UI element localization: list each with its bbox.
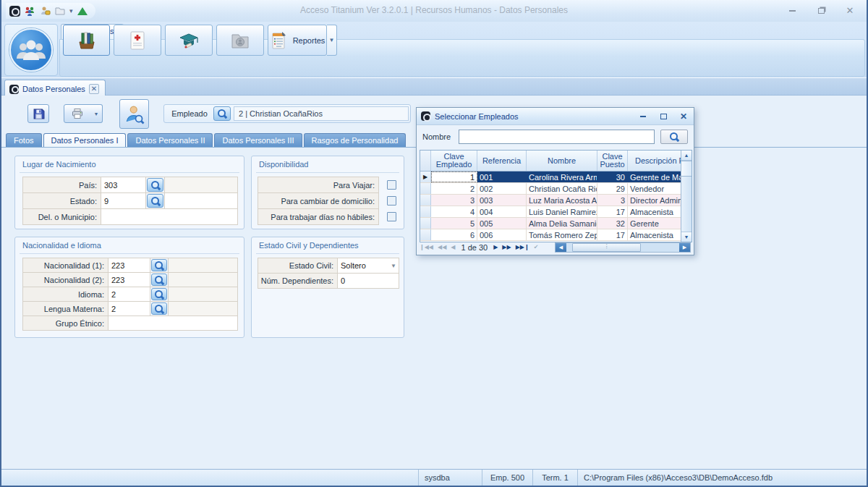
nombre-search-input[interactable] xyxy=(459,130,655,144)
num-dependientes-input[interactable] xyxy=(338,274,399,288)
expediente-medico-button[interactable] xyxy=(114,25,161,56)
reportes-button[interactable]: Reportes xyxy=(268,25,327,56)
minimize-button[interactable] xyxy=(786,4,799,16)
save-button[interactable] xyxy=(27,104,49,123)
grupo-etnico-input[interactable] xyxy=(109,316,237,330)
tab-datos-personales-3[interactable]: Datos Personales III xyxy=(214,133,302,148)
nacionalidad2-input[interactable] xyxy=(109,273,150,287)
cell-nombre[interactable]: Tomás Romero Zepeda xyxy=(527,229,597,240)
estado-lookup-button[interactable] xyxy=(147,194,163,208)
table-row[interactable]: 2 002 Christian Ocaña Rios 29 Vendedor xyxy=(420,183,692,195)
tab-datos-personales-1[interactable]: Datos Personales I xyxy=(43,133,127,148)
tab-datos-personales[interactable]: Datos Personales ✕ xyxy=(4,80,106,96)
empleado-value-field[interactable]: 2 | Christian OcañaRios xyxy=(234,106,409,121)
lengua-materna-lookup-button[interactable] xyxy=(151,302,167,315)
pais-lookup-button[interactable] xyxy=(147,178,163,192)
nacionalidad1-lookup-button[interactable] xyxy=(151,259,167,271)
pais-input[interactable] xyxy=(101,177,145,192)
cell-clave[interactable]: 4 xyxy=(431,206,477,217)
cell-puesto[interactable]: 17 xyxy=(597,206,628,217)
scrollbar-track[interactable] xyxy=(566,243,679,252)
cell-referencia[interactable]: 004 xyxy=(477,206,527,217)
scroll-down-icon[interactable]: ▼ xyxy=(681,232,692,242)
cell-clave[interactable]: 1 xyxy=(431,171,477,182)
close-button[interactable]: ✕ xyxy=(843,4,856,16)
cell-nombre[interactable]: Luz Maria Acosta Alons xyxy=(527,195,597,206)
municipio-input[interactable] xyxy=(101,209,237,224)
tab-fotos[interactable]: Fotos xyxy=(6,133,42,148)
cell-referencia[interactable]: 006 xyxy=(477,229,527,240)
estado-input[interactable] xyxy=(101,193,145,208)
scrollbar-thumb[interactable] xyxy=(681,161,692,177)
cell-puesto[interactable]: 17 xyxy=(597,229,628,240)
grid-horizontal-scrollbar[interactable]: ◀ ▶ xyxy=(555,242,691,253)
nacionalidad1-input[interactable] xyxy=(109,258,150,272)
lengua-materna-input[interactable] xyxy=(109,302,150,316)
cell-referencia[interactable]: 002 xyxy=(477,183,527,194)
cell-puesto[interactable]: 32 xyxy=(597,218,628,229)
cell-clave[interactable]: 5 xyxy=(431,218,477,229)
column-header-referencia[interactable]: Referencia xyxy=(477,151,527,171)
cell-clave[interactable]: 6 xyxy=(431,229,477,240)
grid-vertical-scrollbar[interactable]: ▲ ▼ xyxy=(681,151,692,242)
nacionalidad2-lookup-button[interactable] xyxy=(151,274,167,286)
expedientes-archivo-button[interactable] xyxy=(63,25,110,56)
column-header-nombre[interactable]: Nombre xyxy=(527,151,597,171)
estado-civil-dropdown[interactable]: Soltero▼ xyxy=(338,258,399,274)
cambiar-domicilio-checkbox[interactable] xyxy=(387,196,396,206)
cell-clave[interactable]: 3 xyxy=(431,195,477,206)
nav-first-button[interactable]: ❙◀◀ xyxy=(420,244,433,250)
cell-puesto[interactable]: 30 xyxy=(597,171,628,182)
scroll-left-icon[interactable]: ◀ xyxy=(556,243,566,252)
para-viajar-checkbox[interactable] xyxy=(387,180,396,190)
buscar-empleado-button[interactable] xyxy=(119,99,149,129)
formacion-academica-button[interactable] xyxy=(165,25,213,56)
scroll-up-icon[interactable]: ▲ xyxy=(681,151,692,161)
empleado-lookup-button[interactable] xyxy=(213,106,231,121)
dialog-maximize-button[interactable] xyxy=(658,111,669,122)
tab-datos-personales-2[interactable]: Datos Personales II xyxy=(127,133,213,148)
nav-next-page-button[interactable]: ▶▶ xyxy=(502,244,511,250)
restore-button[interactable] xyxy=(814,4,827,16)
cell-nombre[interactable]: Luis Daniel Ramirez Lor xyxy=(527,206,597,217)
nav-prev-button[interactable]: ◀ xyxy=(451,244,455,250)
dias-no-habiles-checkbox[interactable] xyxy=(387,212,396,221)
column-header-clave-puesto[interactable]: Clave Puesto xyxy=(597,151,628,171)
print-button[interactable] xyxy=(64,104,91,123)
app-menu-button[interactable] xyxy=(9,28,53,72)
nav-next-button[interactable]: ▶ xyxy=(493,244,498,250)
nav-prev-page-button[interactable]: ◀◀ xyxy=(438,244,446,250)
dialog-minimize-button[interactable] xyxy=(637,111,649,122)
cell-referencia[interactable]: 003 xyxy=(477,195,527,206)
cell-referencia[interactable]: 005 xyxy=(477,218,527,229)
cell-referencia[interactable]: 001 xyxy=(477,171,527,182)
reportes-dropdown-button[interactable]: ▼ xyxy=(327,25,337,56)
dialog-close-button[interactable]: ✕ xyxy=(678,111,689,122)
idioma-lookup-button[interactable] xyxy=(151,288,167,300)
cell-puesto[interactable]: 3 xyxy=(597,195,628,206)
table-row[interactable]: ▶ 1 001 Carolina Rivera Armen 30 Gerente… xyxy=(420,171,692,183)
search-icon xyxy=(668,131,680,143)
nombre-search-button[interactable] xyxy=(660,130,688,144)
tab-rasgos-personalidad[interactable]: Rasgos de Personalidad xyxy=(304,133,407,148)
table-row[interactable]: 6 006 Tomás Romero Zepeda 17 Almacenista xyxy=(420,229,692,241)
table-row[interactable]: 5 005 Alma Delia Samaniego 32 Gerente xyxy=(420,218,692,229)
nav-last-button[interactable]: ▶▶❙ xyxy=(516,244,529,250)
expediente-personal-button[interactable] xyxy=(216,25,264,56)
cell-nombre[interactable]: Carolina Rivera Armen xyxy=(527,171,597,182)
cell-nombre[interactable]: Alma Delia Samaniego xyxy=(527,218,597,229)
idioma-input[interactable] xyxy=(109,287,150,301)
nav-accept-icon[interactable]: ✔ xyxy=(534,244,539,250)
cell-clave[interactable]: 2 xyxy=(431,183,477,194)
table-row[interactable]: 3 003 Luz Maria Acosta Alons 3 Director … xyxy=(420,195,692,206)
table-row[interactable]: 4 004 Luis Daniel Ramirez Lor 17 Almacen… xyxy=(420,206,692,218)
scrollbar-thumb[interactable] xyxy=(572,243,641,252)
dialog-title-bar[interactable]: Seleccionar Empleados ✕ xyxy=(417,108,694,125)
cell-nombre[interactable]: Christian Ocaña Rios xyxy=(527,183,597,194)
grid-navigator: ❙◀◀ ◀◀ ◀ 1 de 30 ▶ ▶▶ ▶▶❙ ✔ ◀ ▶ xyxy=(420,242,691,253)
tab-close-icon[interactable]: ✕ xyxy=(89,84,99,94)
cell-puesto[interactable]: 29 xyxy=(597,183,628,194)
scroll-right-icon[interactable]: ▶ xyxy=(679,243,690,252)
column-header-clave-empleado[interactable]: Clave Empleado xyxy=(431,151,477,171)
print-dropdown-button[interactable]: ▼ xyxy=(90,104,103,123)
